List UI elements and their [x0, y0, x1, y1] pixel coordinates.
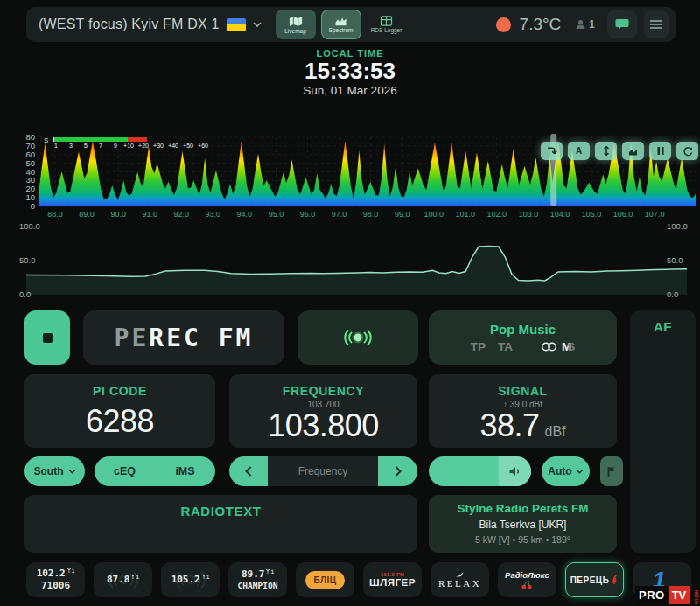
- listener-count-value: 1: [589, 18, 595, 31]
- spectrum-x-tick: 97.0: [332, 210, 347, 219]
- map-icon: [289, 16, 303, 27]
- livemap-button[interactable]: Livemap: [276, 10, 316, 39]
- antenna-dropdown[interactable]: South: [24, 456, 85, 486]
- preset-102.2[interactable]: 102.2171006: [26, 562, 85, 597]
- pro-tv-watermark: 1 PRO TV NET.UA: [635, 568, 696, 606]
- spectrum-x-tick: 89.0: [79, 210, 94, 219]
- livemap-label: Livemap: [284, 28, 306, 34]
- s-meter-tick: +10: [123, 143, 134, 149]
- ukraine-flag-icon: [227, 18, 246, 31]
- chevron-down-icon: [253, 22, 262, 27]
- report-flag-button[interactable]: [600, 456, 623, 486]
- pi-code-value: 6288: [86, 405, 154, 438]
- spectrum-x-tick: 107.0: [645, 210, 665, 219]
- signal-history-graph: 100.0100.050.050.00.00.0: [0, 220, 700, 301]
- server-select-dropdown[interactable]: (WEST focus) Kyiv FM DX 1: [38, 17, 262, 32]
- signal-graph-label: 100.0: [667, 221, 688, 231]
- preset-ШЛЯГЕР[interactable]: 101.9 FMШЛЯГЕР: [363, 562, 422, 597]
- listener-count: 1: [575, 18, 595, 31]
- station-location: Bila Tserkva [UKR]: [480, 519, 567, 531]
- s-meter-tick: 5: [84, 143, 88, 149]
- radiotext-label: RADIOTEXT: [24, 504, 417, 519]
- stop-icon: [43, 333, 52, 343]
- spectrum-toolbar: A: [541, 142, 698, 160]
- spectrum-x-tick: 105.0: [582, 210, 602, 219]
- station-details-box: Stylne Radio Perets FM Bila Tserkva [UKR…: [429, 495, 617, 553]
- ims-toggle[interactable]: iMS: [155, 465, 215, 477]
- s-meter-prefix: S: [44, 136, 48, 144]
- tune-up-button[interactable]: [378, 456, 417, 486]
- s-meter-tick: 7: [99, 143, 102, 149]
- chevron-down-icon: [576, 469, 584, 474]
- bird-icon: [456, 572, 465, 578]
- refresh-button[interactable]: [676, 142, 698, 160]
- spectrum-label: Spectrum: [329, 27, 354, 33]
- vertical-zoom-button[interactable]: [595, 142, 617, 160]
- frequency-value: 103.800: [268, 409, 379, 442]
- preset-87.8[interactable]: 87.81: [94, 562, 152, 597]
- preset-89.7[interactable]: 89.71CHAMPION: [228, 562, 287, 597]
- stereo-icon: [541, 342, 557, 352]
- temperature-readout: 7.3°C: [520, 15, 562, 34]
- preset-РадіоЛюкс[interactable]: РадіоЛюкс: [498, 562, 556, 597]
- spectrum-y-tick: 0: [31, 201, 35, 211]
- refresh-mode-selected: Auto: [548, 465, 571, 477]
- user-icon: [575, 19, 586, 30]
- antenna-indicator: 1: [66, 568, 75, 575]
- local-date: Sun, 01 Mar 2026: [0, 84, 700, 97]
- eq-ims-group: cEQ iMS: [94, 456, 215, 486]
- frequency-input[interactable]: [268, 456, 378, 486]
- main-nav: Livemap Spectrum RDS Logger: [276, 10, 407, 39]
- ta-flag: TA: [498, 340, 513, 353]
- tune-down-button[interactable]: [229, 456, 268, 486]
- signal-graph-label: 100.0: [19, 221, 40, 231]
- refresh-mode-dropdown[interactable]: Auto: [542, 456, 590, 486]
- volume-slider[interactable]: [429, 456, 531, 486]
- spectrum-graph: 8070605040302010088.089.090.091.092.093.…: [0, 129, 700, 222]
- ceq-toggle[interactable]: cEQ: [94, 465, 155, 477]
- rds-logger-label: RDS Logger: [371, 27, 402, 33]
- s-meter: S 13579+10+20+30+40+50+60: [44, 136, 228, 150]
- hamburger-icon: [650, 20, 662, 29]
- preset-105.2[interactable]: 105.21: [161, 562, 220, 597]
- watermark-tv: TV: [668, 586, 690, 604]
- ps-name-bright: REC FM: [149, 324, 253, 352]
- preset-ПЕРЕЦЬ[interactable]: ПЕРЕЦЬ: [565, 562, 624, 597]
- preset-bar: 102.217100687.81105.2189.71CHAMPIONБЛІЦ1…: [26, 562, 691, 597]
- status-dot: [496, 17, 511, 32]
- spectrum-button[interactable]: Spectrum: [321, 10, 361, 39]
- graph-mode-button[interactable]: [622, 142, 644, 160]
- signal-graph-label: 50.0: [19, 255, 36, 265]
- preset-БЛІЦ[interactable]: БЛІЦ: [296, 562, 354, 597]
- rds-logger-button[interactable]: RDS Logger: [367, 10, 407, 39]
- flag-icon: [606, 466, 617, 477]
- radio-lux-logo: РадіоЛюкс: [505, 570, 550, 580]
- signal-box: SIGNAL ↑ 39.0 dBf 38.7 dBf: [429, 374, 617, 448]
- af-list-panel: AF: [630, 310, 696, 553]
- antenna-indicator: 1: [201, 574, 210, 581]
- s-meter-tick: 9: [114, 143, 117, 149]
- menu-button[interactable]: [644, 10, 668, 38]
- spectrum-x-tick: 106.0: [613, 210, 634, 219]
- radiotext-box: RADIOTEXT: [24, 495, 417, 553]
- snap-to-peak-button[interactable]: [541, 142, 563, 160]
- preset-RELAX[interactable]: RELAX: [430, 562, 489, 597]
- audio-play-button[interactable]: [298, 310, 418, 365]
- s-meter-tick: +50: [183, 143, 193, 149]
- local-time-widget: LOCAL TIME 15:33:53 Sun, 01 Mar 2026: [0, 48, 700, 97]
- record-button[interactable]: [24, 310, 70, 365]
- rds-flags: TP TA MS: [471, 340, 576, 353]
- pause-button[interactable]: [649, 142, 671, 160]
- antenna-indicator: 1: [265, 568, 274, 575]
- spectrum-x-tick: 102.0: [487, 210, 508, 219]
- chat-button[interactable]: [607, 10, 637, 38]
- signal-label: SIGNAL: [498, 384, 548, 398]
- antenna-selected: South: [34, 465, 64, 477]
- auto-scale-button[interactable]: A: [568, 142, 590, 160]
- shlyager-logo: ШЛЯГЕР: [369, 577, 416, 588]
- program-type: Pop Music: [490, 322, 556, 337]
- volume-handle[interactable]: [499, 456, 531, 486]
- fm-dx-webserver: (WEST focus) Kyiv FM DX 1 Livemap Spectr…: [0, 0, 700, 606]
- spectrum-chart-icon: [334, 16, 347, 26]
- s-meter-tick: +40: [168, 143, 178, 149]
